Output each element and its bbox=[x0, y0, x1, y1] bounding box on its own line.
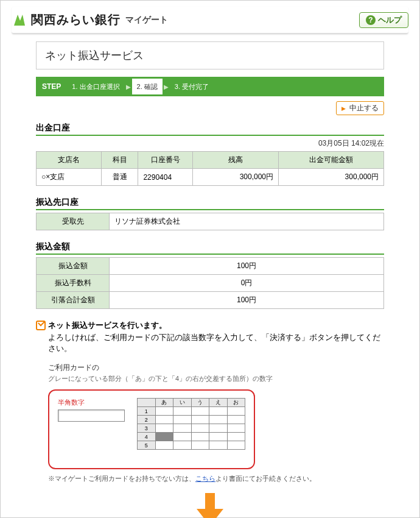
cell-branch: ○×支店 bbox=[37, 169, 102, 186]
chevron-right-icon: ▶ bbox=[125, 83, 132, 90]
confirm-body: よろしければ、ご利用カードの下記の該当数字を入力して、「決済する」ボタンを押して… bbox=[36, 332, 384, 354]
card-input-box: 半角数字 あいうえお 1 2 3 4 5 bbox=[48, 389, 255, 469]
content: ネット振込サービス STEP 1. 出金口座選択 ▶ 2. 確認 ▶ 3. 受付… bbox=[12, 41, 408, 518]
logo-area: 関西みらい銀行 マイゲート bbox=[12, 12, 168, 28]
amount-value-0: 100円 bbox=[110, 258, 384, 275]
step-bar: STEP 1. 出金口座選択 ▶ 2. 確認 ▶ 3. 受付完了 bbox=[36, 77, 384, 96]
card-sub: グレーになっている部分（「あ」の下と「4」の右が交差する箇所）の数字 bbox=[48, 374, 384, 383]
card-area: ご利用カードの グレーになっている部分（「あ」の下と「4」の右が交差する箇所）の… bbox=[36, 363, 384, 383]
payee-value: リソナ証券株式会社 bbox=[110, 213, 384, 230]
payee-label: 受取先 bbox=[37, 213, 110, 230]
header: 関西みらい銀行 マイゲート ? ヘルプ bbox=[12, 7, 408, 34]
cell-balance: 300,000円 bbox=[193, 169, 279, 186]
input-label: 半角数字 bbox=[58, 398, 125, 407]
card-grid: あいうえお 1 2 3 4 5 bbox=[137, 398, 245, 450]
section-account-out-title: 出金口座 bbox=[36, 122, 384, 136]
table-row: 振込手数料 0円 bbox=[37, 275, 384, 292]
th-balance: 残高 bbox=[193, 152, 279, 169]
dest-table: 受取先 リソナ証券株式会社 bbox=[36, 213, 384, 230]
amount-label-0: 振込金額 bbox=[37, 258, 110, 275]
input-left: 半角数字 bbox=[58, 398, 125, 422]
section-amount-title: 振込金額 bbox=[36, 241, 384, 255]
note-link[interactable]: こちら bbox=[195, 475, 215, 482]
th-number: 口座番号 bbox=[138, 152, 193, 169]
card-number-input[interactable] bbox=[58, 410, 125, 422]
table-row: ○×支店 普通 2290404 300,000円 300,000円 bbox=[37, 169, 384, 186]
amount-table: 振込金額 100円 振込手数料 0円 引落合計金額 100円 bbox=[36, 257, 384, 309]
mygate-label: マイゲート bbox=[125, 15, 168, 26]
bank-name: 関西みらい銀行 bbox=[31, 12, 121, 28]
bank-logo-icon bbox=[12, 12, 27, 28]
account-out-table: 支店名 科目 口座番号 残高 出金可能金額 ○×支店 普通 2290404 30… bbox=[36, 151, 384, 186]
card-label: ご利用カードの bbox=[48, 363, 384, 373]
amount-label-2: 引落合計金額 bbox=[37, 292, 110, 309]
step-label: STEP bbox=[36, 82, 67, 91]
cancel-row: 中止する bbox=[36, 101, 384, 115]
cell-number: 2290404 bbox=[138, 169, 193, 186]
arrow-down-icon bbox=[197, 493, 223, 518]
service-title: ネット振込サービス bbox=[36, 41, 384, 69]
th-available: 出金可能金額 bbox=[279, 152, 384, 169]
table-row: 引落合計金額 100円 bbox=[37, 292, 384, 309]
timestamp: 03月05日 14:02現在 bbox=[36, 138, 384, 149]
help-label: ヘルプ bbox=[378, 15, 402, 26]
table-row: 受取先 リソナ証券株式会社 bbox=[37, 213, 384, 230]
amount-label-1: 振込手数料 bbox=[37, 275, 110, 292]
section-dest-title: 振込先口座 bbox=[36, 197, 384, 210]
confirm-title-row: ネット振込サービスを行います。 bbox=[36, 320, 384, 331]
amount-value-2: 100円 bbox=[110, 292, 384, 309]
step-2: 2. 確認 bbox=[132, 79, 163, 94]
table-row: 振込金額 100円 bbox=[37, 258, 384, 275]
cell-kamoku: 普通 bbox=[102, 169, 138, 186]
th-kamoku: 科目 bbox=[102, 152, 138, 169]
confirm-title: ネット振込サービスを行います。 bbox=[48, 320, 167, 331]
app-frame: 関西みらい銀行 マイゲート ? ヘルプ ネット振込サービス STEP 1. 出金… bbox=[0, 0, 420, 518]
help-button[interactable]: ? ヘルプ bbox=[359, 12, 408, 28]
cell-available: 300,000円 bbox=[279, 169, 384, 186]
th-branch: 支店名 bbox=[37, 152, 102, 169]
amount-value-1: 0円 bbox=[110, 275, 384, 292]
chevron-right-icon: ▶ bbox=[163, 83, 170, 90]
help-icon: ? bbox=[366, 15, 376, 25]
check-icon bbox=[36, 321, 46, 330]
table-header-row: 支店名 科目 口座番号 残高 出金可能金額 bbox=[37, 152, 384, 169]
step-3: 3. 受付完了 bbox=[170, 77, 214, 96]
cancel-button[interactable]: 中止する bbox=[336, 101, 384, 115]
note-prefix: ※マイゲートご利用カードをお持ちでない方は、 bbox=[48, 475, 195, 482]
confirm-box: ネット振込サービスを行います。 よろしければ、ご利用カードの下記の該当数字を入力… bbox=[36, 320, 384, 354]
note: ※マイゲートご利用カードをお持ちでない方は、こちらより書面にてお手続きください。 bbox=[36, 474, 384, 483]
note-suffix: より書面にてお手続きください。 bbox=[215, 475, 316, 482]
step-1: 1. 出金口座選択 bbox=[67, 77, 124, 96]
